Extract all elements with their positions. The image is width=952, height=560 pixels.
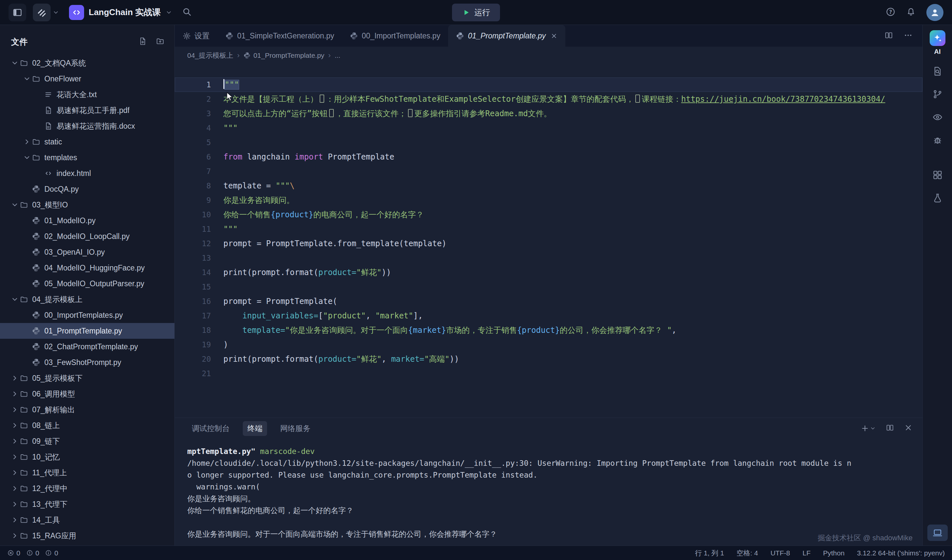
tree-item-04_提示模板上[interactable]: 04_提示模板上 — [0, 292, 175, 307]
close-panel-button[interactable] — [904, 423, 913, 433]
new-file-button[interactable] — [138, 37, 147, 47]
tab-01_PromptTemplate.py[interactable]: 01_PromptTemplate.py — [448, 25, 566, 46]
tree-item-03_OpenAI_IO.py[interactable]: 03_OpenAI_IO.py — [0, 244, 175, 260]
tab-settings[interactable]: 设置 — [175, 25, 218, 46]
statusbar-item[interactable]: 行 1, 列 1 — [695, 549, 724, 558]
dev-environment-button[interactable] — [927, 525, 948, 541]
tree-item-00_ImportTemplates.py[interactable]: 00_ImportTemplates.py — [0, 307, 175, 323]
problems-indicator[interactable]: 000 — [7, 549, 58, 557]
tree-item-05_提示模板下[interactable]: 05_提示模板下 — [0, 370, 175, 386]
tree-item-01_PromptTemplate.py[interactable]: 01_PromptTemplate.py — [0, 323, 175, 339]
panel-tab-网络服务[interactable]: 网络服务 — [276, 421, 315, 436]
help-button[interactable]: ? — [886, 7, 895, 18]
debug-button[interactable] — [928, 132, 947, 148]
warning-count[interactable]: 0 — [26, 549, 39, 557]
breadcrumb-item[interactable]: 01_PromptTemplate.py — [243, 51, 324, 59]
tree-item-易速鲜花员工手册.pdf[interactable]: 易速鲜花员工手册.pdf — [0, 102, 175, 118]
tree-item-01_ModelIO.py[interactable]: 01_ModelIO.py — [0, 213, 175, 228]
statusbar-item[interactable]: Python — [823, 549, 844, 557]
ai-assistant-button[interactable]: AI — [930, 30, 946, 56]
app-logo-button[interactable] — [33, 4, 59, 22]
code-line-7[interactable]: 7 — [175, 164, 923, 179]
statusbar-item[interactable]: 3.12.2 64-bit ('shims': pyenv) — [857, 549, 945, 557]
panel-tab-调试控制台[interactable]: 调试控制台 — [187, 421, 234, 436]
code-line-3[interactable]: 3您可以点击上方的“运行”按钮，直接运行该文件；更多操作指引请参考Readme.… — [175, 106, 923, 121]
tree-item-02_文档QA系统[interactable]: 02_文档QA系统 — [0, 55, 175, 71]
file-search-button[interactable] — [928, 63, 947, 79]
source-control-button[interactable] — [928, 86, 947, 102]
code-line-9[interactable]: 9你是业务咨询顾问。 — [175, 193, 923, 207]
tree-item-05_ModelIO_OutputParser.py[interactable]: 05_ModelIO_OutputParser.py — [0, 276, 175, 292]
more-actions-button[interactable] — [904, 31, 913, 41]
tree-item-13_代理下[interactable]: 13_代理下 — [0, 496, 175, 512]
tree-item-06_调用模型[interactable]: 06_调用模型 — [0, 386, 175, 402]
notifications-button[interactable] — [906, 7, 916, 18]
tree-item-index.html[interactable]: index.html — [0, 165, 175, 181]
breadcrumb-item[interactable]: ... — [335, 51, 341, 59]
tree-item-15_RAG应用[interactable]: 15_RAG应用 — [0, 528, 175, 544]
code-line-14[interactable]: 14print(prompt.format(product="鲜花")) — [175, 265, 923, 280]
tests-button[interactable] — [928, 190, 947, 206]
sidebar-toggle-button[interactable] — [9, 4, 26, 22]
run-button[interactable]: 运行 — [452, 4, 500, 22]
code-line-10[interactable]: 10你给一个销售{product}的电商公司，起一个好的名字？ — [175, 207, 923, 222]
code-line-15[interactable]: 15 — [175, 280, 923, 294]
close-tab-icon[interactable] — [550, 32, 558, 39]
tree-item-11_代理上[interactable]: 11_代理上 — [0, 465, 175, 481]
new-terminal-button[interactable] — [861, 424, 876, 433]
code-line-5[interactable]: 5 — [175, 135, 923, 150]
global-search-button[interactable] — [182, 7, 192, 18]
tree-item-花语大全.txt[interactable]: 花语大全.txt — [0, 86, 175, 102]
tree-item-templates[interactable]: templates — [0, 150, 175, 165]
preview-button[interactable] — [928, 109, 947, 125]
code-line-13[interactable]: 13 — [175, 251, 923, 265]
code-line-18[interactable]: 18 template="你是业务咨询顾问。对于一个面向{market}市场的，… — [175, 323, 923, 338]
code-line-11[interactable]: 11""" — [175, 222, 923, 236]
panel-tab-终端[interactable]: 终端 — [243, 421, 267, 436]
tab-01_SimpleTextGeneration.py[interactable]: 01_SimpleTextGeneration.py — [218, 25, 342, 46]
code-line-1[interactable]: 1""" — [175, 77, 923, 92]
info-count[interactable]: 0 — [45, 549, 58, 557]
error-count[interactable]: 0 — [7, 549, 20, 557]
tree-item-03_模型IO[interactable]: 03_模型IO — [0, 197, 175, 213]
split-editor-button[interactable] — [884, 31, 893, 41]
statusbar-item[interactable]: UTF-8 — [770, 549, 790, 557]
code-line-2[interactable]: 2本文件是【提示工程（上）：用少样本FewShotTemplate和Exampl… — [175, 92, 923, 106]
tree-item-static[interactable]: static — [0, 134, 175, 150]
code-line-19[interactable]: 19) — [175, 338, 923, 352]
code-line-21[interactable]: 21 — [175, 366, 923, 381]
code-line-12[interactable]: 12prompt = PromptTemplate.from_template(… — [175, 236, 923, 251]
code-line-text: prompt = PromptTemplate.from_template(te… — [211, 236, 923, 251]
extensions-button[interactable] — [928, 167, 947, 183]
code-line-20[interactable]: 20print(prompt.format(product="鲜花", mark… — [175, 352, 923, 366]
breadcrumb-item[interactable]: 04_提示模板上 — [187, 51, 233, 60]
tree-item-04_ModelIO_HuggingFace.py[interactable]: 04_ModelIO_HuggingFace.py — [0, 260, 175, 276]
tree-item-03_FewShotPrompt.py[interactable]: 03_FewShotPrompt.py — [0, 355, 175, 370]
project-switcher[interactable]: LangChain 实战课 — [66, 3, 175, 22]
code-editor[interactable]: 1"""2本文件是【提示工程（上）：用少样本FewShotTemplate和Ex… — [175, 64, 923, 418]
terminal-output[interactable]: mptTemplate.py" marscode-dev/home/cloudi… — [175, 439, 923, 546]
tree-item-02_ChatPromptTemplate.py[interactable]: 02_ChatPromptTemplate.py — [0, 339, 175, 355]
code-line-8[interactable]: 8template = """\ — [175, 179, 923, 193]
tree-item-DocQA.py[interactable]: DocQA.py — [0, 181, 175, 197]
user-avatar[interactable] — [926, 4, 943, 21]
tree-item-14_工具[interactable]: 14_工具 — [0, 512, 175, 528]
line-number: 1 — [175, 77, 211, 92]
tree-item-02_ModelIO_LoopCall.py[interactable]: 02_ModelIO_LoopCall.py — [0, 228, 175, 244]
code-line-6[interactable]: 6from langchain import PromptTemplate — [175, 150, 923, 164]
tree-item-10_记忆[interactable]: 10_记忆 — [0, 449, 175, 465]
statusbar-item[interactable]: LF — [802, 549, 811, 557]
tree-item-07_解析输出[interactable]: 07_解析输出 — [0, 402, 175, 418]
tab-00_ImportTemplates.py[interactable]: 00_ImportTemplates.py — [342, 25, 448, 46]
statusbar-item[interactable]: 空格: 4 — [737, 549, 758, 558]
tree-item-OneFlower[interactable]: OneFlower — [0, 71, 175, 86]
code-line-17[interactable]: 17 input_variables=["product", "market"]… — [175, 309, 923, 323]
tree-item-09_链下[interactable]: 09_链下 — [0, 433, 175, 449]
split-terminal-button[interactable] — [886, 423, 894, 433]
code-line-16[interactable]: 16prompt = PromptTemplate( — [175, 294, 923, 309]
tree-item-08_链上[interactable]: 08_链上 — [0, 418, 175, 433]
new-folder-button[interactable] — [156, 37, 165, 47]
tree-item-易速鲜花运营指南.docx[interactable]: 易速鲜花运营指南.docx — [0, 118, 175, 134]
tree-item-12_代理中[interactable]: 12_代理中 — [0, 481, 175, 496]
code-line-4[interactable]: 4""" — [175, 121, 923, 135]
